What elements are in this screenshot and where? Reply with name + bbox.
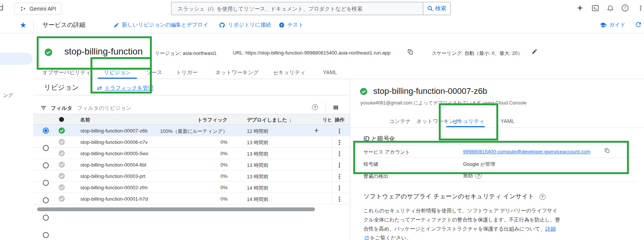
supply-chain-text: これらのセキュリティ分析情報を使用して、ソフトウェア デリバリーのライフサイクル… xyxy=(363,208,560,232)
supply-chain-help-icon[interactable]: ? xyxy=(540,194,546,200)
github-icon xyxy=(219,22,225,28)
column-header-actions: 操作 xyxy=(335,117,345,123)
revision-name: stop-billing-function-00002-zfm xyxy=(80,185,148,190)
tab-source[interactable]: ソース xyxy=(146,69,162,76)
search-button[interactable]: 検索 xyxy=(423,2,450,15)
column-header-traffic[interactable]: トラフィック xyxy=(144,117,228,123)
deployed-by-text: yosuke4061@gmail.com によってデプロイされています usin… xyxy=(360,100,526,106)
pencil-icon xyxy=(114,22,119,28)
filter-input-placeholder[interactable]: フィルタのリビジョン xyxy=(77,105,131,112)
supply-chain-description: これらのセキュリティ分析情報を使用して、ソフトウェア デリバリーのライフサイクル… xyxy=(363,206,560,240)
revision-deployed: 14 時間前 xyxy=(247,185,268,192)
filter-label[interactable]: フィルタ xyxy=(51,105,72,112)
revision-traffic: 0% xyxy=(144,151,228,156)
row-actions-menu-icon[interactable]: ⋮ xyxy=(336,173,343,181)
revision-traffic: 100%（最新にルーティング） xyxy=(144,128,228,135)
play-circle-icon xyxy=(279,22,285,28)
service-status-icon xyxy=(44,48,53,58)
gemini-sparkle-icon[interactable] xyxy=(576,4,584,12)
revisions-heading: リビジョン xyxy=(44,83,79,92)
revision-radio[interactable] xyxy=(43,215,49,221)
revision-detail-title: stop-billing-function-00007-z6b xyxy=(373,86,487,96)
tab-triggers[interactable]: トリガー xyxy=(176,69,198,76)
revision-deployed: 13 時間前 xyxy=(247,162,268,169)
service-action-bar: ★ サービスの詳細 新しいリビジョンの編集とデプロイ リポジトリに接続 テスト … xyxy=(0,16,644,33)
search-input[interactable] xyxy=(172,2,423,15)
sort-desc-icon: ↓ xyxy=(289,117,292,123)
revision-status-icon xyxy=(360,87,368,97)
horizontal-scrollbar[interactable] xyxy=(37,207,315,211)
revision-name: stop-billing-function-00003-prt xyxy=(80,173,145,179)
notifications-bell-icon[interactable] xyxy=(606,4,614,12)
top-bar: d Gemini API 検索 ? ⋮ xyxy=(0,0,644,17)
help-icon[interactable]: ? xyxy=(621,4,629,12)
search-icon xyxy=(427,5,433,12)
revision-deployed: 13 時間前 xyxy=(247,139,268,146)
revision-traffic: 0% xyxy=(144,185,228,190)
sidebar-selected-item[interactable] xyxy=(0,53,33,65)
connect-repo-button[interactable]: リポジトリに接続 xyxy=(219,22,271,28)
revision-name: stop-billing-function-00004-6bl xyxy=(80,162,146,168)
row-actions-menu-icon[interactable]: ⋮ xyxy=(336,161,343,169)
threat-help-icon[interactable]: ? xyxy=(476,173,482,179)
tab-observability[interactable]: オブザーバビリティ xyxy=(42,69,91,76)
traffic-arrows-icon: ⇄ xyxy=(97,84,102,92)
row-actions-menu-icon[interactable]: ⋮ xyxy=(336,139,343,146)
revision-radio[interactable] xyxy=(43,232,49,238)
column-header-revision[interactable]: リビ xyxy=(323,117,331,123)
copy-url-icon[interactable] xyxy=(407,49,413,56)
copy-service-account-icon[interactable] xyxy=(604,148,610,154)
revision-status-icon xyxy=(58,161,65,169)
detail-tab-container[interactable]: コンテナ xyxy=(389,118,411,125)
column-header-name[interactable]: 名前 xyxy=(80,117,90,123)
column-header-deployed[interactable]: デプロイしました ↓ xyxy=(247,117,292,123)
supply-chain-learn-more-link[interactable]: 詳細 xyxy=(545,226,555,232)
threat-detection-value: 無効 xyxy=(463,172,473,179)
cloud-logo-fragment: d xyxy=(0,3,3,13)
tab-yaml[interactable]: YAML xyxy=(323,69,337,75)
manage-traffic-link[interactable]: ⇄ トラフィックを管理 xyxy=(97,84,153,92)
search-button-label: 検索 xyxy=(435,5,446,12)
refresh-icon[interactable] xyxy=(635,21,642,30)
row-actions-menu-icon[interactable]: ⋮ xyxy=(336,195,343,203)
row-actions-menu-icon[interactable]: ⋮ xyxy=(336,184,343,192)
cloud-run-service-details-page: { "colors": { "accent": "#1a73e8", "succ… xyxy=(0,0,644,240)
tab-security[interactable]: セキュリティ xyxy=(273,69,306,76)
favorite-star-icon[interactable]: ★ xyxy=(20,20,27,30)
supply-chain-text-after: をご覧ください。 xyxy=(370,235,412,240)
add-tag-plus-icon[interactable]: + xyxy=(314,126,319,135)
revision-name: stop-billing-function-00005-5wx xyxy=(80,151,148,156)
sidebar-item-fragment[interactable]: ング xyxy=(3,92,13,99)
service-name: stop-billing-function xyxy=(64,46,143,57)
detail-tab-security[interactable]: セキュリティ xyxy=(452,118,485,125)
edit-deploy-revision-button[interactable]: 新しいリビジョンの編集とデプロイ xyxy=(114,22,208,28)
tab-networking[interactable]: ネットワーキング xyxy=(215,69,259,76)
detail-tab-yaml[interactable]: YAML xyxy=(501,118,515,124)
row-actions-menu-icon[interactable]: ⋮ xyxy=(336,127,343,135)
revision-name: stop-billing-function-00006-n7v xyxy=(80,139,148,145)
revision-status-icon xyxy=(58,184,65,192)
filter-help-icon[interactable]: ? xyxy=(312,104,318,110)
page-title: サービスの詳細 xyxy=(42,21,86,29)
cloud-shell-icon[interactable] xyxy=(591,4,599,12)
guide-button[interactable]: ガイド xyxy=(600,22,625,28)
tab-revisions[interactable]: リビジョン xyxy=(104,69,131,76)
guide-cap-icon xyxy=(600,22,607,28)
manage-traffic-label: トラフィックを管理 xyxy=(104,85,153,92)
project-picker-icon xyxy=(20,6,26,12)
more-options-icon[interactable]: ⋮ xyxy=(636,4,644,12)
revision-traffic: 0% xyxy=(144,162,228,168)
row-actions-menu-icon[interactable]: ⋮ xyxy=(336,150,343,158)
test-button[interactable]: テスト xyxy=(279,22,304,28)
revision-status-icon xyxy=(58,127,65,135)
revision-name: stop-billing-function-00001-h7d xyxy=(80,196,148,202)
status-column-icon xyxy=(59,117,64,122)
revision-radio[interactable] xyxy=(43,128,49,134)
edit-deploy-label: 新しいリビジョンの編集とデプロイ xyxy=(122,22,208,28)
revision-status-icon xyxy=(58,173,65,181)
service-account-link[interactable]: 999880815400-compute@developer.gservicea… xyxy=(463,149,590,154)
revision-deployed: 12 時間前 xyxy=(247,128,268,135)
column-display-icon[interactable] xyxy=(332,104,339,112)
project-picker-button[interactable]: Gemini API xyxy=(14,3,62,15)
edit-scaling-pencil-icon[interactable] xyxy=(532,48,538,56)
